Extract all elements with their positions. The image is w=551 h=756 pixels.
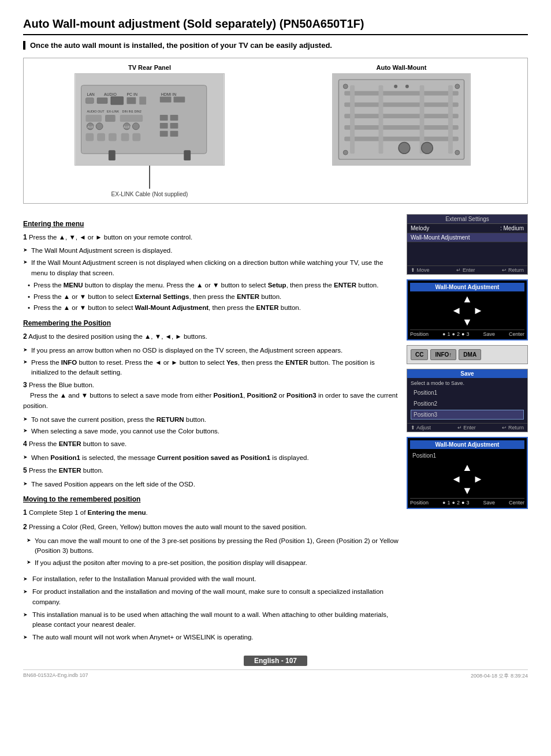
svg-rect-26 [97,133,105,141]
move-step-2-text: Pressing a Color (Red, Green, Yellow) bu… [29,523,307,530]
note-2: For product installation and the install… [23,587,399,608]
svg-rect-6 [85,98,94,103]
svg-rect-41 [344,102,459,107]
save-panel: Save Select a mode to Save. Position1 Po… [407,369,528,432]
info-button[interactable]: INFO↑ [430,349,456,360]
svg-rect-44 [344,137,459,141]
save-body: Select a mode to Save. Position1 Positio… [407,378,527,423]
down-arrow-2: ▼ [462,485,472,496]
diagram-inner: TV Rear Panel LAN AUDIO PC IN [29,64,522,197]
osd-external-header: External Settings [407,215,527,224]
move-step-2-num: 2 [23,523,27,531]
pos-3-num: 3 [466,331,469,337]
move-step-1: 1 Complete Step 1 of Entering the menu. [23,507,399,518]
svg-rect-16 [85,115,102,122]
right-panels: External Settings Melody : Medium Wall-M… [407,214,528,645]
wall-mount-box: Auto Wall-Mount [281,64,522,166]
osd-external-footer: ⬆ Move ↵ Enter ↩ Return [407,265,527,274]
osd-footer-enter: ↵ Enter [456,267,475,273]
svg-rect-42 [344,114,459,118]
wall-adj-panel-2: Wall-Mount Adjustment Position1 ▲ ◄ ► ▼ … [407,437,528,509]
wall-mount-image [332,73,471,166]
svg-rect-8 [111,97,124,105]
step-5-arrow: The saved Position appears on the left s… [23,480,399,490]
entering-menu-heading: Entering the menu [23,219,399,230]
step-1-arrow-2: If the Wall Mount Adjustment screen is n… [23,258,399,279]
subtitle: Once the auto wall mount is installed, t… [23,41,528,50]
save-pos3: Position3 [411,410,524,420]
svg-rect-31 [170,115,178,121]
svg-text:AUDIO OUT: AUDIO OUT [87,110,105,113]
move-step-2: 2 Pressing a Color (Red, Green, Yellow) … [23,522,399,533]
down-arrow: ▼ [462,317,472,327]
adj-position-label-2: Position [410,500,429,506]
pos-2-dot2: ● [452,500,455,506]
svg-point-54 [422,143,433,154]
pos-2-dot3: ● [461,500,464,506]
save-pos1: Position1 [411,388,524,398]
pos-2: ● [452,331,455,337]
footer-left: BN68-01532A-Eng.indb 107 [23,672,88,680]
osd-wall-adj-row: Wall-Mount Adjustment [407,233,527,242]
step-3: 3 Press the Blue button. Press the ▲ and… [23,380,399,411]
move-arrow-1: You can move the wall mount to one of th… [23,536,399,557]
step-2-text: Adjust to the desired position using the… [28,333,207,340]
svg-point-55 [394,85,397,88]
page-title: Auto Wall-mount adjustment (Sold separat… [23,17,528,35]
svg-point-23 [132,123,139,130]
osd-melody-row: Melody : Medium [407,224,527,233]
svg-rect-48 [448,85,453,154]
adj-arrows: ▲ ◄ ► ▼ [410,294,524,327]
note-1: For installation, refer to the Installat… [23,574,399,585]
left-arrow-2: ◄ [451,474,461,484]
save-select-label: Select a mode to Save. [411,380,524,386]
svg-point-53 [399,143,410,154]
svg-rect-28 [121,133,129,141]
osd-footer-move: ⬆ Move [411,267,430,273]
step-1-bullet-2: Press the ▲ or ▼ button to select Extern… [23,292,399,302]
adj2-save-label: Save [483,500,495,506]
step-3-arrow-2: When selecting a save mode, you cannot u… [23,426,399,437]
step-2-arrow-1: If you press an arrow button when no OSD… [23,346,399,356]
step-3-num: 3 [23,381,27,389]
dma-button[interactable]: DMA [459,349,481,360]
adj-arrows-2: ▲ ◄ ► ▼ [410,462,524,496]
move-step-1-num: 1 [23,508,27,517]
save-footer: ⬆ Adjust ↵ Enter ↩ Return [407,423,527,432]
note-4: The auto wall mount will not work when A… [23,633,399,643]
svg-text:PC IN: PC IN [127,92,137,96]
svg-rect-29 [132,133,140,141]
pos-2-3-num: 3 [466,500,469,506]
exlink-label: EX-LINK Cable (Not supplied) [111,191,188,197]
bottom-notes: For installation, refer to the Installat… [23,574,399,643]
footer-right: 2008-04-18 오후 8:39:24 [471,672,528,680]
svg-rect-43 [344,125,459,130]
pos-1: ● [442,331,445,337]
content-area: Entering the menu 1 Press the ▲, ▼, ◄ or… [23,214,528,645]
svg-rect-17 [105,115,116,122]
svg-rect-12 [173,97,185,103]
melody-label: Melody [411,225,429,231]
pos-2-dot1: ● [442,500,445,506]
wall-adj-header-1: Wall-Mount Adjustment [410,283,524,291]
tv-panel-svg: LAN AUDIO PC IN HDMI IN [75,74,224,165]
save-footer-return: ↩ Return [502,425,524,431]
page-container: Auto Wall-mount adjustment (Sold separat… [23,17,528,680]
adj2-center-label: Center [509,500,524,506]
cc-button[interactable]: CC [411,349,428,360]
svg-point-52 [455,150,460,155]
svg-rect-37 [184,150,191,160]
pos-2-num: 2 [457,331,460,337]
svg-point-20 [96,123,103,130]
step-5: 5 Press the ENTER button. [23,465,399,476]
pos-2-2-num: 2 [457,500,460,506]
wall-mount-svg [333,74,470,165]
pos-3: ● [461,331,464,337]
save-pos2: Position2 [411,399,524,409]
svg-rect-35 [170,131,178,137]
step-3-extra: Press the ▲ and ▼ buttons to select a sa… [23,392,397,409]
step-2: 2 Adjust to the desired position using t… [23,331,399,342]
svg-point-50 [455,84,460,89]
svg-rect-11 [160,97,172,103]
adj-position-label: Position [410,331,429,337]
